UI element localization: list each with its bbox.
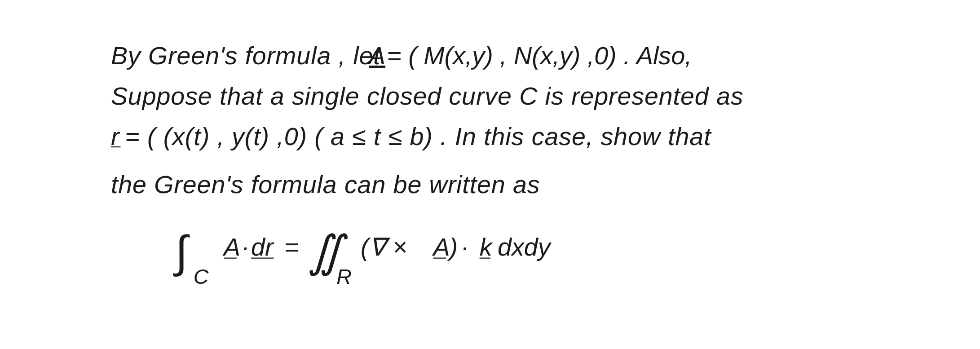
svg-text:dxdy: dxdy [498,233,552,261]
handwritten-svg: By Green's formula , let A = ( M(x,y) , … [36,18,944,331]
svg-text:A: A [367,42,385,70]
svg-text:∫: ∫ [173,227,190,277]
svg-text:Suppose that  a single  closed: Suppose that a single closed curve C is … [111,82,744,110]
svg-text:C: C [194,265,209,288]
svg-text:R: R [336,265,352,288]
svg-text:k: k [480,233,494,261]
svg-text:·: · [242,233,248,261]
svg-text:(∇ ×: (∇ × [361,233,407,261]
svg-text:·: · [461,233,468,261]
page-container: By Green's formula , let A = ( M(x,y) , … [0,0,980,349]
svg-text:= ( M(x,y) , N(x,y) ,0) . Also: = ( M(x,y) , N(x,y) ,0) . Also, [387,42,692,70]
svg-text:By Green's formula , let: By Green's formula , let [111,42,381,70]
svg-text:A: A [432,233,450,261]
svg-text:the Green's formula  can be  w: the Green's formula can be written as [111,171,540,199]
svg-text:= ( (x(t) , y(t) ,0)  ( a ≤ t : = ( (x(t) , y(t) ,0) ( a ≤ t ≤ b) . In t… [125,123,712,150]
svg-text:=: = [284,233,299,261]
svg-text:r: r [111,123,120,150]
svg-text:A: A [222,233,240,261]
svg-text:dr: dr [251,233,274,261]
math-content: By Green's formula , let A = ( M(x,y) , … [36,18,944,331]
